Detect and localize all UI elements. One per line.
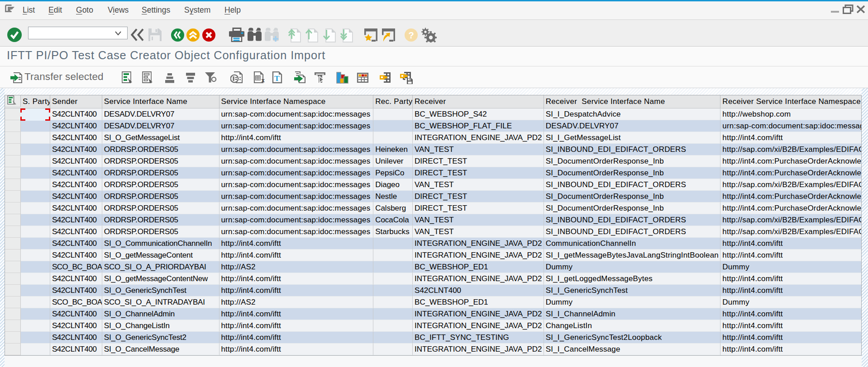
svg-text:?: ?	[408, 30, 414, 40]
svg-text:x: x	[261, 77, 265, 84]
svg-text:T: T	[274, 74, 280, 83]
